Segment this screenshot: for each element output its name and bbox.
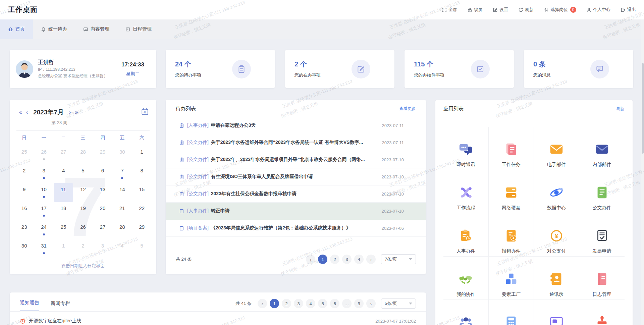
calendar-day[interactable]: 24 [34,221,53,239]
calendar-day[interactable]: 3 [34,164,53,183]
calendar-day[interactable]: 29 [132,221,152,239]
calendar-day[interactable]: 29 [93,146,112,164]
settings-button[interactable]: 设置 [493,7,508,13]
app-item-disk[interactable]: 网络硬盘 [489,170,534,213]
app-item-mail[interactable]: 电子邮件 [534,127,579,170]
calendar-day[interactable]: 14 [112,183,132,202]
today-icon[interactable]: 今 [141,108,149,117]
prev-month-button[interactable]: ‹ [24,109,30,115]
calendar-day[interactable]: 5 [132,239,152,258]
todo-item[interactable]: [公文办件]关于2023年水务运维外采合同“2023年水务局统一认证 有生博大V… [166,134,426,151]
calendar-day[interactable]: 26 [73,221,93,239]
calendar-day[interactable]: 9 [14,183,34,202]
calendar-day[interactable]: 1 [54,239,73,258]
calendar-day[interactable]: 28 [73,146,93,164]
calendar-day[interactable]: 30 [112,146,132,164]
app-item-stamp[interactable] [579,300,625,325]
app-item-monitor[interactable] [534,300,579,325]
calendar-day[interactable]: 21 [112,202,132,221]
page-button[interactable]: 2 [330,255,339,264]
refresh-button[interactable]: 刷新 [518,7,534,13]
calendar-day[interactable]: 15 [132,183,152,202]
calendar-day[interactable]: 10 [34,183,53,202]
select-position-button[interactable]: 选择岗位 0 [544,7,576,13]
app-item-factory[interactable]: 要素工厂 [489,257,534,300]
logout-button[interactable]: 退出 [621,7,636,13]
calendar-day[interactable]: 27 [93,221,112,239]
page-button[interactable]: 6 [330,299,339,308]
more-pages[interactable]: ... [342,299,352,308]
todo-item[interactable]: [人事办件]申请在家远程办公3天2023-07-11 [166,117,426,134]
page-button[interactable]: 4 [306,299,315,308]
lock-screen-button[interactable]: 锁屏 [467,7,483,13]
calendar-day[interactable]: 31 [34,239,53,258]
app-item-invoice[interactable]: 发票申请 [579,213,625,257]
calendar-day-selected[interactable]: 11 [54,183,73,202]
app-item-team[interactable] [443,300,489,325]
tab-unified-todo[interactable]: 统一待办 [33,19,75,39]
calendar-day[interactable]: 27 [54,146,73,164]
tab-home[interactable]: 首页 [0,19,33,39]
next-page-button[interactable]: › [366,299,376,308]
tab-notices[interactable]: 通知通告 [20,300,39,311]
app-item-chat[interactable]: 即时通讯 [443,127,489,170]
calendar-day[interactable]: 8 [132,164,152,183]
calendar-day[interactable]: 28 [112,221,132,239]
prev-page-button[interactable]: ‹ [306,255,315,264]
scrollbar-thumb[interactable] [642,63,644,154]
calendar-day[interactable]: 5 [73,164,93,183]
calendar-day[interactable]: 22 [132,202,152,221]
todo-item[interactable]: [公文办件]2023年有生社保公积金基数申报审核申请2023-07-10 [166,185,426,203]
tab-content-mgmt[interactable]: 内容管理 [75,19,117,39]
tab-schedule-mgmt[interactable]: 日程管理 [117,19,160,39]
fullscreen-button[interactable]: 全屏 [442,7,457,13]
calendar-day[interactable]: 2 [14,164,34,183]
prev-year-button[interactable]: « [17,109,24,115]
next-month-button[interactable]: › [67,109,73,115]
app-item-contacts[interactable]: 通讯录 [534,257,579,300]
notice-item[interactable]: 开源数字底座在gitee上线 2023-07-07 17:01:02 [10,312,426,325]
app-item-flow[interactable]: 工作流程 [443,170,489,213]
page-button[interactable]: 2 [282,299,291,308]
calendar-day[interactable]: 7 [112,164,132,183]
calendar-day[interactable]: 4 [112,239,132,258]
page-button[interactable]: 1 [270,299,279,308]
todo-item[interactable]: [人事办件]转正申请2023-07-10 [166,203,426,220]
page-button[interactable]: 1 [318,255,327,264]
app-item-calc[interactable] [489,300,534,325]
calendar-day[interactable]: 13 [93,183,112,202]
calendar-day[interactable]: 3 [93,239,112,258]
calendar-day[interactable]: 2 [73,239,93,258]
apps-refresh-link[interactable]: 刷新 [616,106,625,112]
calendar-day[interactable]: 19 [73,202,93,221]
todo-item[interactable]: [公文办件]关于2022年、2023年水务局运维项目外采“北京市政务云服务合同（… [166,151,426,168]
app-item-expense[interactable]: ¥报销办件 [489,213,534,257]
app-item-journal[interactable]: 日志管理 [579,257,625,300]
prev-page-button[interactable]: ‹ [258,299,267,308]
calendar-day[interactable]: 12 [73,183,93,202]
stat-card-messages[interactable]: 0 条 您的消息 [524,50,633,88]
next-year-button[interactable]: » [73,109,80,115]
page-button[interactable]: 3 [342,255,352,264]
calendar-day[interactable]: 30 [14,239,34,258]
app-item-doc[interactable]: 公文办件 [579,170,625,213]
calendar-day[interactable]: 6 [93,164,112,183]
calendar-day[interactable]: 16 [14,202,34,221]
calendar-day[interactable]: 23 [14,221,34,239]
stat-card-todo[interactable]: 24 个 您的待办事项 [166,50,275,88]
calendar-day[interactable]: 26 [34,146,53,164]
todo-item[interactable]: [公文办件]有生深境ISO三体系年审人员配合及牌匾借出申请2023-07-10 [166,168,426,185]
app-item-collab[interactable]: 我的协作 [443,257,489,300]
calendar-day[interactable]: 25 [54,221,73,239]
tab-news[interactable]: 新闻专栏 [51,300,70,311]
page-button[interactable]: 3 [294,299,303,308]
app-item-pay[interactable]: ¥对公支付 [534,213,579,257]
calendar-day[interactable]: 25 [14,146,34,164]
app-item-data[interactable]: 数据中心 [534,170,579,213]
stat-card-done[interactable]: 115 个 您的办结件事项 [405,50,514,88]
calendar-day[interactable]: 1 [132,146,152,164]
scrollbar[interactable] [641,19,644,325]
profile-button[interactable]: 个人中心 [586,7,610,13]
calendar-day[interactable]: 17 [34,202,53,221]
app-item-inmail[interactable]: 内部邮件 [579,127,625,170]
